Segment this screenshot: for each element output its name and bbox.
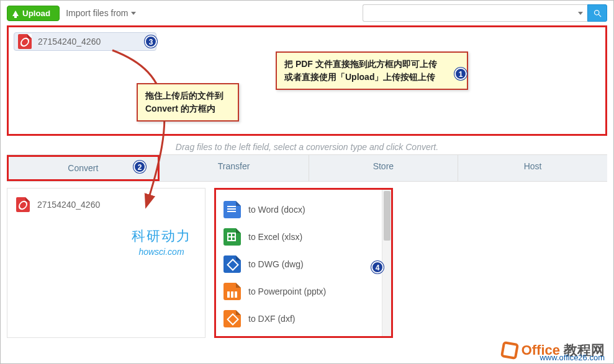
tab-store[interactable]: Store — [309, 155, 459, 181]
tab-transfer[interactable]: Transfer — [160, 155, 309, 181]
option-label: to Powerpoint (pptx) — [248, 286, 326, 296]
convert-options-panel: to Word (docx) to Excel (xlsx) to DWG (d… — [214, 188, 393, 338]
watermark-en: howsci.com — [132, 247, 191, 257]
convert-source-panel[interactable]: 27154240_4260 科研动力 howsci.com — [7, 188, 205, 338]
callout-line: 把 PDF 文件直接拖到此方框内即可上传 — [284, 58, 459, 71]
convert-option-dxf[interactable]: to DXF (dxf) — [221, 305, 386, 332]
tab-label: Transfer — [218, 161, 250, 171]
option-label: to Word (docx) — [248, 205, 305, 215]
callout-line: Convert 的方框内 — [145, 102, 230, 115]
tab-label: Convert — [68, 163, 98, 173]
options-scrollbar[interactable] — [382, 190, 392, 336]
callout-upload-hint: 把 PDF 文件直接拖到此方框内即可上传 或者直接使用「Upload」上传按钮上… — [276, 51, 468, 90]
svg-point-0 — [594, 10, 599, 15]
convert-option-dwg[interactable]: to DWG (dwg) — [221, 251, 386, 278]
bubble-3: 3 — [145, 35, 157, 48]
scrollbar-thumb[interactable] — [384, 191, 391, 241]
watermark: 科研动力 howsci.com — [132, 227, 191, 257]
dxf-icon — [223, 310, 241, 327]
upload-label: Upload — [22, 9, 50, 18]
caret-down-icon — [578, 12, 583, 15]
search-input[interactable] — [363, 4, 574, 22]
convert-option-excel[interactable]: to Excel (xlsx) — [221, 223, 386, 251]
upload-button[interactable]: Upload — [7, 6, 60, 21]
topbar: Upload Import files from — [1, 1, 613, 25]
callout-drag-hint: 拖住上传后的文件到 Convert 的方框内 — [137, 83, 239, 122]
excel-icon — [223, 228, 241, 246]
option-label: to DWG (dwg) — [248, 259, 304, 269]
search-filter-dropdown[interactable] — [574, 4, 587, 22]
tab-host[interactable]: Host — [458, 155, 607, 181]
uploaded-file-chip[interactable]: 27154240_4260 — [14, 32, 156, 51]
bubble-2: 2 — [133, 161, 146, 173]
option-label: to DXF (dxf) — [248, 314, 295, 324]
hint-text: Drag files to the left field, select a c… — [1, 136, 613, 154]
brand-url: www.office26.com — [540, 353, 605, 362]
search-box — [363, 4, 607, 22]
tab-label: Host — [524, 161, 542, 171]
import-label: Import files from — [66, 8, 128, 18]
pdf-icon — [16, 197, 30, 212]
upload-arrow-icon — [12, 11, 19, 16]
callout-line: 或者直接使用「Upload」上传按钮上传 — [284, 71, 459, 84]
callout-line: 拖住上传后的文件到 — [145, 89, 230, 102]
source-file[interactable]: 27154240_4260 — [16, 197, 196, 212]
option-label: to Excel (xlsx) — [248, 232, 302, 242]
search-icon — [593, 9, 602, 18]
convert-body: 27154240_4260 科研动力 howsci.com to Word (d… — [7, 188, 607, 338]
word-icon — [223, 201, 241, 218]
powerpoint-icon — [223, 283, 241, 300]
import-menu[interactable]: Import files from — [66, 8, 135, 18]
search-button[interactable] — [587, 4, 607, 22]
watermark-cn: 科研动力 — [132, 227, 191, 246]
tab-label: Store — [373, 161, 394, 171]
pdf-icon — [18, 34, 32, 49]
svg-line-1 — [598, 14, 601, 17]
dwg-icon — [223, 255, 241, 273]
tabs: Convert Transfer Store Host — [7, 154, 607, 182]
convert-option-ppt[interactable]: to Powerpoint (pptx) — [221, 278, 386, 305]
source-file-name: 27154240_4260 — [37, 200, 100, 210]
bubble-1: 1 — [454, 68, 467, 80]
office-logo-icon — [500, 341, 519, 360]
uploaded-file-name: 27154240_4260 — [38, 37, 101, 47]
caret-down-icon — [131, 12, 136, 15]
bubble-4: 4 — [371, 261, 384, 273]
convert-option-word[interactable]: to Word (docx) — [221, 196, 386, 223]
